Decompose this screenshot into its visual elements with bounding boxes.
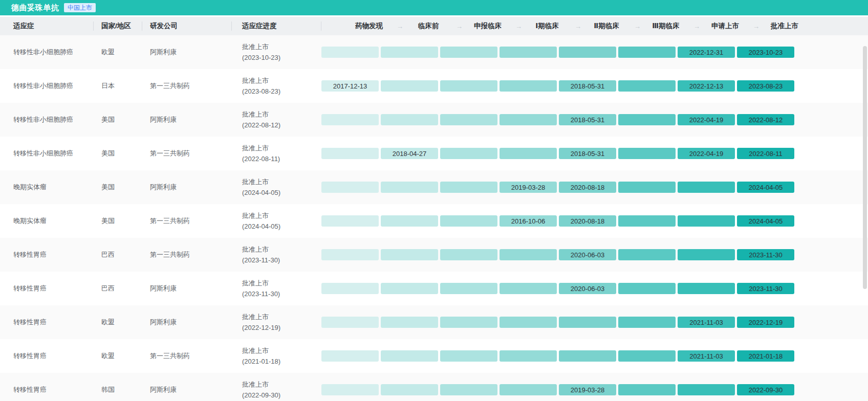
stage-header: Ⅰ期临床→ [517,21,577,31]
progress-date: (2022-08-11) [242,153,321,164]
region-cell: 欧盟 [94,351,142,361]
stage-header-label: 药物发现 [355,22,383,30]
timeline-bar [500,350,557,362]
company-cell: 第一三共制药 [142,149,232,158]
indication-cell: 晚期实体瘤 [0,183,94,192]
timeline-bar [321,317,379,328]
progress-cell: 批准上市(2022-08-11) [232,143,321,164]
timeline-bar: 2019-03-28 [559,384,616,395]
progress-cell: 批准上市(2023-08-23) [232,75,321,97]
timeline-bar: 2022-08-11 [737,148,794,159]
timeline-bar: 2021-11-03 [678,317,735,328]
column-header-region: 国家/地区 [94,17,142,35]
progress-date: (2022-12-19) [242,322,321,333]
progress-date: (2022-08-12) [242,120,321,130]
timeline-bar [381,215,438,227]
stage-header: 申报临床→ [458,21,517,31]
timeline-bar [618,114,676,125]
timeline-bar [321,182,379,193]
timeline-bar [500,317,557,328]
timeline-bar [559,317,616,328]
progress-cell: 批准上市(2022-08-12) [232,109,321,130]
indication-cell: 转移性胃癌 [0,250,94,259]
timeline-bar [440,148,497,159]
region-cell: 欧盟 [94,48,142,57]
column-header-indication: 适应症 [0,17,94,35]
progress-cell: 批准上市(2022-09-30) [232,379,321,400]
stage-header: 申请上市→ [696,21,755,31]
table-row: 转移性胃癌巴西第一三共制药批准上市(2023-11-30)2020-06-032… [0,238,868,272]
timeline-bar [500,80,557,92]
stage-timeline: 2021-11-032021-01-18 [321,350,868,362]
timeline-bar [618,317,676,328]
timeline-bar: 2022-12-31 [678,47,735,58]
company-cell: 阿斯利康 [142,183,232,192]
timeline-bar [381,249,438,260]
timeline-bar: 2020-06-03 [559,283,616,294]
progress-date: (2023-11-30) [242,255,321,265]
stage-header: 批准上市 [755,21,814,31]
timeline-bar [440,182,497,193]
region-cell: 美国 [94,115,142,124]
timeline-bar [440,249,497,260]
stage-header-label: 临床前 [418,22,439,30]
timeline-bar: 2021-01-18 [737,350,794,362]
company-cell: 第一三共制药 [142,250,232,259]
timeline-bar: 2018-05-31 [559,148,616,159]
china-listed-badge: 中国上市 [64,3,96,12]
timeline-bar: 2023-10-23 [737,47,794,58]
timeline-bar [381,350,438,362]
timeline-bar: 2019-03-28 [500,182,557,193]
timeline-bar: 2016-10-06 [500,215,557,227]
timeline-bar [321,215,379,227]
stage-timeline: 2019-03-282020-08-182024-04-05 [321,182,868,193]
table-body: 转移性非小细胞肺癌欧盟阿斯利康批准上市(2023-10-23)2022-12-3… [0,35,868,401]
company-cell: 第一三共制药 [142,351,232,361]
progress-cell: 批准上市(2023-10-23) [232,41,321,63]
drug-header-bar: 德曲妥珠单抗 中国上市 [0,0,868,15]
indication-cell: 转移性非小细胞肺癌 [0,48,94,57]
timeline-bar [618,384,676,395]
timeline-bar [440,350,497,362]
region-cell: 美国 [94,183,142,192]
timeline-bar [618,350,676,362]
table-row: 转移性非小细胞肺癌美国阿斯利康批准上市(2022-08-12)2018-05-3… [0,103,868,137]
progress-status: 批准上市 [242,311,321,322]
vertical-scrollbar-thumb[interactable] [863,46,867,289]
timeline-bar: 2017-12-13 [321,80,379,92]
table-row: 转移性非小细胞肺癌欧盟阿斯利康批准上市(2023-10-23)2022-12-3… [0,35,868,69]
progress-status: 批准上市 [242,345,321,356]
timeline-bar [321,148,379,159]
stage-timeline: 2022-12-312023-10-23 [321,47,868,58]
company-cell: 阿斯利康 [142,318,232,327]
progress-status: 批准上市 [242,143,321,153]
stage-timeline: 2019-03-282022-09-30 [321,384,868,395]
progress-status: 批准上市 [242,379,321,390]
table-row: 转移性非小细胞肺癌日本第一三共制药批准上市(2023-08-23)2017-12… [0,69,868,103]
timeline-bar [440,215,497,227]
timeline-bar [559,47,616,58]
timeline-bar: 2024-04-05 [737,182,794,193]
stage-timeline: 2021-11-032022-12-19 [321,317,868,328]
table-row: 转移性胃癌韩国阿斯利康批准上市(2022-09-30)2019-03-28202… [0,373,868,401]
timeline-bar: 2022-12-19 [737,317,794,328]
indication-cell: 转移性胃癌 [0,385,94,394]
timeline-bar: 2024-04-05 [737,215,794,227]
column-header-company: 研发公司 [142,17,232,35]
indication-cell: 转移性胃癌 [0,351,94,361]
progress-date: (2023-08-23) [242,86,321,97]
region-cell: 日本 [94,81,142,91]
timeline-bar [678,182,735,193]
timeline-bar [678,384,735,395]
progress-date: (2021-01-18) [242,356,321,367]
table-row: 转移性胃癌欧盟阿斯利康批准上市(2022-12-19)2021-11-03202… [0,305,868,339]
column-header-progress: 适应症进度 [232,17,321,35]
stage-timeline: 2017-12-132018-05-312022-12-132023-08-23 [321,80,868,92]
timeline-bar [678,283,735,294]
timeline-bar [618,215,676,227]
indication-cell: 转移性非小细胞肺癌 [0,149,94,158]
company-cell: 第一三共制药 [142,216,232,226]
timeline-bar: 2020-06-03 [559,249,616,260]
company-cell: 阿斯利康 [142,385,232,394]
table-row: 转移性胃癌巴西阿斯利康批准上市(2023-11-30)2020-06-03202… [0,272,868,305]
